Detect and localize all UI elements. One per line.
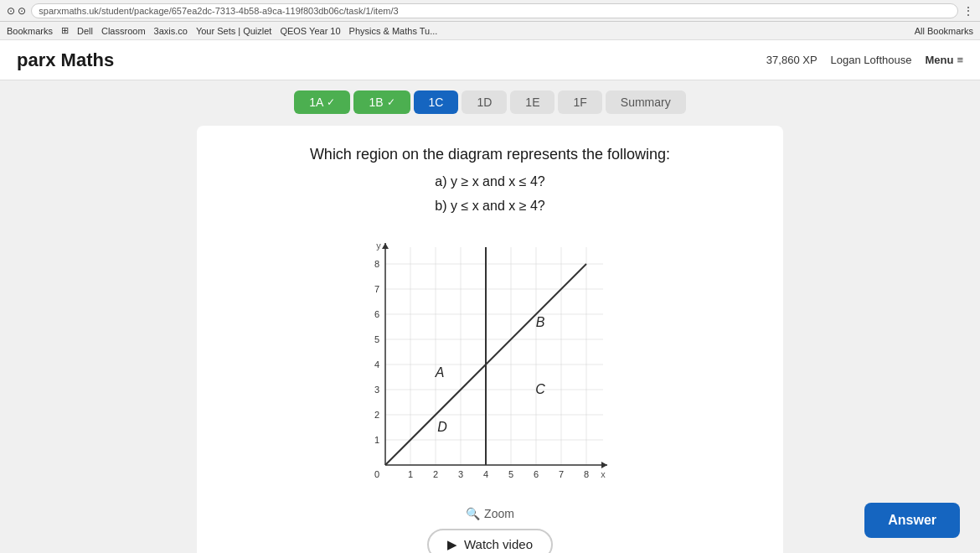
region-a-label: A	[435, 365, 445, 380]
y-label-2: 2	[374, 410, 379, 420]
y-label-4: 4	[374, 359, 379, 370]
x-label-3: 3	[458, 469, 463, 479]
menu-button[interactable]: Menu ≡	[925, 54, 963, 66]
x-label-4: 4	[483, 469, 488, 479]
browser-controls: ⊙ ⊙	[7, 5, 26, 17]
xp-display: 37,860 XP	[766, 54, 818, 66]
x-label-8: 8	[584, 469, 589, 479]
region-d-label: D	[437, 420, 447, 434]
x-axis-arrow	[601, 462, 607, 468]
tab-1A[interactable]: 1A ✓	[294, 90, 350, 114]
bookmarks-label: Bookmarks	[7, 26, 53, 36]
brand-logo: parx Maths	[17, 49, 114, 71]
tab-summary[interactable]: Summary	[606, 90, 686, 114]
y-label-7: 7	[374, 284, 379, 294]
x-label-2: 2	[433, 469, 438, 479]
region-c-label: C	[535, 382, 545, 396]
question-parts: a) y ≥ x and x ≤ 4? b) y ≤ x and x ≥ 4?	[435, 170, 544, 219]
x-label-6: 6	[534, 469, 539, 479]
app-container: parx Maths 37,860 XP Logan Lofthouse Men…	[0, 40, 980, 553]
bookmark-quizlet[interactable]: Your Sets | Quizlet	[196, 26, 272, 36]
bookmark-icon: ⊞	[61, 25, 69, 36]
bookmark-classroom[interactable]: Classroom	[101, 26, 146, 36]
bookmark-physics[interactable]: Physics & Maths Tu...	[349, 26, 438, 36]
tab-1B-check: ✓	[387, 96, 395, 108]
y-label-1: 1	[374, 435, 379, 445]
browser-chrome: ⊙ ⊙ sparxmaths.uk/student/package/657ea2…	[0, 0, 980, 22]
tab-1E-label: 1E	[525, 96, 539, 109]
question-part-b: b) y ≤ x and x ≥ 4?	[435, 199, 544, 213]
tab-1F[interactable]: 1F	[558, 90, 601, 114]
url-bar[interactable]: sparxmaths.uk/student/package/657ea2dc-7…	[31, 3, 958, 18]
answer-label: Answer	[888, 513, 936, 527]
tab-1F-label: 1F	[573, 96, 586, 109]
x-label-1: 1	[408, 469, 413, 479]
bookmark-dell[interactable]: Dell	[77, 26, 93, 36]
y-label-5: 5	[374, 334, 379, 344]
tab-summary-label: Summary	[621, 96, 671, 109]
top-nav: parx Maths 37,860 XP Logan Lofthouse Men…	[0, 40, 980, 80]
bookmarks-bar: Bookmarks ⊞ Dell Classroom 3axis.co Your…	[0, 22, 980, 40]
y-label-6: 6	[374, 309, 379, 319]
tab-1A-label: 1A	[309, 96, 323, 109]
tab-bar: 1A ✓ 1B ✓ 1C 1D 1E 1F Summary	[294, 80, 685, 122]
username-display: Logan Lofthouse	[831, 54, 912, 66]
x-label-7: 7	[559, 469, 564, 479]
tab-1E[interactable]: 1E	[510, 90, 554, 114]
zoom-button[interactable]: 🔍 Zoom	[466, 507, 514, 520]
tab-1D-label: 1D	[477, 96, 492, 109]
bookmark-qeos[interactable]: QEOS Year 10	[280, 26, 340, 36]
answer-button[interactable]: Answer	[864, 503, 960, 538]
y-axis-arrow	[382, 243, 389, 249]
tab-1D[interactable]: 1D	[462, 90, 507, 114]
tab-1C-label: 1C	[429, 96, 444, 109]
video-icon: ▶	[447, 537, 457, 552]
menu-label: Menu	[925, 54, 953, 66]
x-label-5: 5	[508, 469, 513, 479]
question-part-a: a) y ≥ x and x ≤ 4?	[435, 174, 544, 189]
bookmark-3axis[interactable]: 3axis.co	[154, 26, 188, 36]
x-axis-var: x	[601, 469, 606, 479]
bookmark-all[interactable]: All Bookmarks	[915, 26, 973, 36]
bottom-actions: 🔍 Zoom ▶ Watch video	[230, 507, 750, 553]
tab-1B-label: 1B	[369, 96, 383, 109]
browser-menu-icon[interactable]: ⋮	[963, 5, 973, 17]
tab-1B[interactable]: 1B ✓	[353, 90, 410, 114]
nav-right: 37,860 XP Logan Lofthouse Menu ≡	[766, 54, 963, 66]
y-label-8: 8	[374, 259, 379, 269]
content-area: 1A ✓ 1B ✓ 1C 1D 1E 1F Summary	[0, 80, 980, 553]
menu-icon: ≡	[957, 54, 963, 66]
origin-label: 0	[374, 469, 379, 479]
watch-video-label: Watch video	[464, 537, 533, 551]
y-axis-var: y	[376, 240, 381, 251]
y-label-3: 3	[374, 385, 379, 395]
question-intro: Which region on the diagram represents t…	[230, 146, 750, 163]
region-b-label: B	[536, 315, 545, 329]
graph-container: A B C D 1 2 3 4 5 6 7 8 x	[360, 239, 620, 490]
watch-video-button[interactable]: ▶ Watch video	[427, 529, 553, 553]
coordinate-graph: A B C D 1 2 3 4 5 6 7 8 x	[360, 239, 620, 490]
tab-1A-check: ✓	[327, 96, 335, 108]
tab-1C[interactable]: 1C	[414, 90, 459, 114]
zoom-label: Zoom	[484, 507, 514, 520]
question-section: Which region on the diagram represents t…	[197, 126, 783, 553]
zoom-icon: 🔍	[466, 507, 480, 520]
